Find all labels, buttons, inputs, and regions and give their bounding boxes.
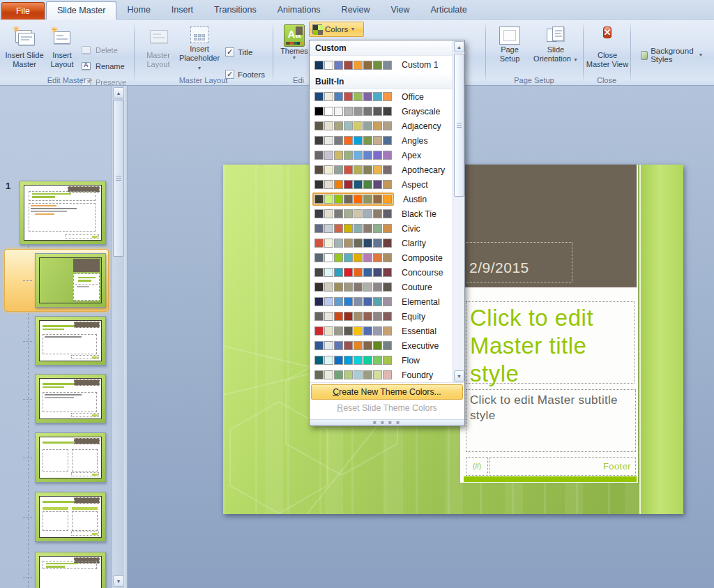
file-tab[interactable]: File [1, 2, 45, 20]
subtitle-placeholder[interactable]: Click to edit Master subtitle style [466, 389, 636, 452]
theme-row-black-tie[interactable]: Black Tie [310, 206, 453, 221]
close-master-view-button[interactable]: ✕ Close Master View [585, 22, 630, 69]
create-new-theme-colors-menu-item[interactable]: Create New Theme Colors... [311, 384, 463, 400]
theme-row-composite[interactable]: Composite [310, 250, 453, 265]
color-swatch [373, 253, 382, 262]
theme-row-equity[interactable]: Equity [310, 309, 453, 324]
theme-name-label: Foundry [402, 370, 433, 380]
color-swatch [354, 356, 363, 365]
theme-row-elemental[interactable]: Elemental [310, 294, 453, 309]
dropdown-scroll-up-button[interactable]: ▲ [454, 41, 464, 52]
theme-row-custom-1[interactable]: Custom 1 [310, 56, 453, 74]
insert-layout-icon: ✳ [51, 24, 73, 48]
insert-placeholder-button[interactable]: Insert Placeholder ▼ [178, 22, 221, 72]
color-swatch [314, 121, 324, 130]
tab-articulate[interactable]: Articulate [420, 1, 477, 19]
title-checkbox[interactable]: ✓ [225, 47, 234, 56]
close-master-view-label: Close Master View [585, 51, 630, 69]
dropdown-scroll-thumb[interactable] [454, 54, 464, 197]
page-setup-button[interactable]: Page Setup [490, 22, 529, 63]
color-swatch [314, 370, 324, 379]
theme-swatches [314, 268, 393, 277]
theme-swatches [314, 341, 393, 350]
theme-name-label: Flow [402, 356, 420, 365]
tab-insert[interactable]: Insert [161, 1, 204, 19]
tab-home[interactable]: Home [116, 1, 160, 19]
slide-thumbnail-7-titleonly[interactable] [35, 552, 106, 588]
theme-row-apothecary[interactable]: Apothecary [310, 163, 453, 177]
color-swatch [324, 165, 333, 174]
color-swatch [373, 92, 382, 101]
dropdown-scrollbar[interactable]: ▲ ▼ [453, 40, 464, 382]
scroll-up-button[interactable]: ▲ [113, 87, 124, 98]
connector-stub [23, 577, 33, 578]
slide-thumbnail-3-content[interactable] [35, 316, 106, 365]
color-swatch [383, 209, 392, 218]
theme-swatches [314, 326, 393, 336]
title-placeholder[interactable]: Click to edit Master title style [466, 301, 635, 384]
color-swatch [324, 121, 333, 130]
theme-row-aspect[interactable]: Aspect [310, 177, 453, 192]
slide-orientation-button[interactable]: Slide Orientation ▼ [531, 22, 581, 63]
footer-placeholder[interactable]: Footer [489, 457, 636, 476]
theme-row-angles[interactable]: Angles [310, 133, 453, 148]
slide-thumbnail-6-comparison[interactable] [35, 492, 106, 542]
theme-name-label: Apothecary [402, 165, 445, 175]
slide-thumbnail-4-text[interactable] [35, 374, 106, 423]
tab-transitions[interactable]: Transitions [204, 1, 267, 19]
theme-row-austin[interactable]: Austin [310, 192, 453, 206]
title-checkbox-row[interactable]: ✓ Title [225, 47, 252, 56]
theme-row-clarity[interactable]: Clarity [310, 236, 453, 250]
tab-review[interactable]: Review [331, 1, 381, 19]
color-swatch [373, 151, 382, 160]
slide-number-placeholder[interactable]: (#) [466, 457, 488, 476]
footer-accent-bar [464, 476, 637, 482]
color-swatch [334, 356, 343, 365]
theme-row-essential[interactable]: Essential [310, 324, 453, 338]
theme-row-apex[interactable]: Apex [310, 148, 453, 163]
color-swatch [314, 165, 324, 174]
theme-row-adjacency[interactable]: Adjacency [310, 119, 453, 133]
thumbnails-scrollbar[interactable]: ▲ ▼ [112, 86, 124, 588]
color-swatch [334, 165, 343, 174]
tab-animations[interactable]: Animations [267, 1, 331, 19]
dropdown-resize-grip[interactable]: ■ ■ ■ ■ [310, 419, 464, 425]
theme-row-office[interactable]: Office [310, 89, 453, 104]
theme-row-concourse[interactable]: Concourse [310, 265, 453, 280]
subtitle-text: Click to edit Master subtitle style [470, 393, 637, 423]
color-swatch [314, 356, 324, 365]
tab-view[interactable]: View [381, 1, 420, 19]
scroll-down-button[interactable]: ▼ [113, 575, 124, 587]
date-placeholder[interactable]: 2/9/2015 [464, 242, 572, 282]
background-styles-button[interactable]: Background Styles ▼ [641, 49, 704, 61]
theme-row-couture[interactable]: Couture [310, 280, 453, 294]
theme-row-foundry[interactable]: Foundry [310, 368, 453, 382]
theme-swatches [314, 253, 393, 262]
rename-icon: A [82, 61, 93, 71]
theme-row-executive[interactable]: Executive [310, 338, 453, 353]
rename-button[interactable]: A Rename [82, 59, 125, 73]
color-swatch [354, 282, 363, 292]
tab-slide-master[interactable]: Slide Master [46, 1, 116, 20]
color-swatch [383, 282, 392, 292]
slide-thumbnail-5-twocontent[interactable] [35, 432, 106, 483]
delete-icon [82, 45, 93, 55]
slide-thumbnail-1-master[interactable] [20, 181, 106, 245]
color-swatch [354, 370, 363, 379]
theme-row-civic[interactable]: Civic [310, 221, 453, 236]
insert-placeholder-label: Insert Placeholder [179, 45, 220, 62]
colors-button[interactable]: Colors ▼ [309, 22, 364, 37]
dropdown-scroll-down-button[interactable]: ▼ [454, 370, 464, 382]
themes-button[interactable]: Aa Themes ▼ [278, 22, 311, 60]
theme-name-label: Civic [402, 224, 420, 234]
insert-layout-button[interactable]: ✳ Insert Layout [46, 22, 78, 69]
color-swatch [383, 165, 392, 174]
themes-icon: Aa [284, 24, 305, 47]
theme-row-grayscale[interactable]: Grayscale [310, 104, 453, 119]
slide-thumbnail-2-title[interactable] [35, 253, 106, 308]
color-swatch [314, 282, 324, 292]
scroll-thumb[interactable] [113, 100, 124, 257]
theme-row-flow[interactable]: Flow [310, 353, 453, 368]
color-swatch [324, 151, 333, 160]
insert-slide-master-button[interactable]: ✳ Insert Slide Master [3, 22, 45, 69]
